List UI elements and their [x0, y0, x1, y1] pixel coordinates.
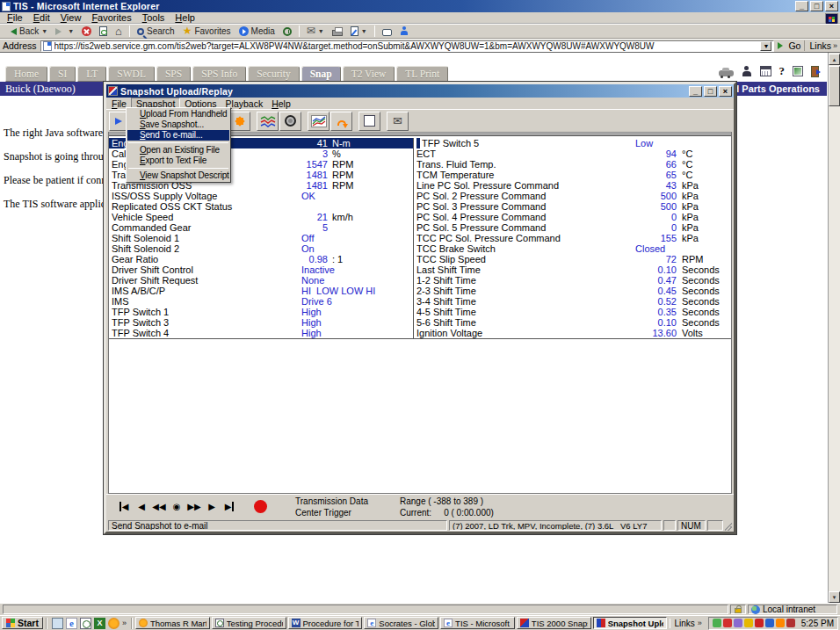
app-tools-icon[interactable]	[793, 66, 803, 76]
param-row[interactable]: TFP Switch 1High	[109, 307, 413, 317]
scroll-down-arrow[interactable]: ▼	[829, 591, 840, 603]
replay-button[interactable]	[330, 112, 352, 131]
forward-button[interactable]: ▼	[52, 25, 77, 38]
show-desktop-icon[interactable]	[52, 618, 63, 629]
param-row[interactable]: TCC PC Sol. Pressure Command155kPa	[414, 233, 731, 243]
last-frame-button[interactable]: ▶	[221, 502, 238, 511]
menu-file[interactable]: File	[2, 12, 28, 23]
param-row[interactable]: Driver Shift ControlInactive	[109, 264, 413, 275]
menu-item-save-snapshot[interactable]: Save Snapshot...	[127, 119, 229, 130]
tab-swdl[interactable]: SWDL	[108, 66, 155, 82]
excel-icon[interactable]: X	[94, 618, 105, 629]
history-button[interactable]	[279, 25, 295, 38]
param-row[interactable]: 4-5 Shift Time0.35Seconds	[414, 307, 731, 317]
taskbar-task[interactable]: WProcedure for Taking Sn...	[288, 617, 363, 629]
dialog-maximize-button[interactable]: □	[704, 86, 717, 97]
tab-sps-info[interactable]: SPS Info	[192, 66, 246, 82]
tab-t2-view[interactable]: T2 View	[343, 66, 395, 82]
taskbar-task[interactable]: Testing Procedures	[212, 617, 286, 629]
param-row[interactable]: TFP Switch 5Low	[414, 138, 731, 148]
resize-grip[interactable]	[725, 520, 732, 531]
favorites-button[interactable]: ★Favorites	[179, 25, 235, 38]
print-button[interactable]	[329, 25, 346, 38]
tray-icon[interactable]	[765, 619, 774, 627]
search-button[interactable]: Search	[134, 25, 178, 38]
param-row[interactable]: Ignition Voltage13.60Volts	[414, 328, 731, 338]
tab-sps[interactable]: SPS	[156, 66, 191, 82]
chart-view-button[interactable]	[308, 112, 329, 131]
param-row[interactable]: PC Sol. 3 Pressure Command500kPa	[414, 201, 731, 212]
scroll-thumb[interactable]	[829, 66, 840, 106]
dialog-menu-help[interactable]: Help	[267, 98, 295, 109]
param-row[interactable]: TCM Temperature65°C	[414, 170, 731, 180]
settings-button[interactable]	[279, 112, 301, 131]
media-button[interactable]: Media	[235, 25, 279, 38]
vehicle-icon[interactable]	[719, 70, 734, 76]
dialog-close-button[interactable]: ×	[719, 86, 732, 97]
record-button[interactable]	[254, 500, 267, 513]
tab-si[interactable]: SI	[49, 66, 76, 82]
ie-icon[interactable]: e	[66, 618, 77, 629]
menu-view[interactable]: View	[55, 12, 87, 23]
param-row[interactable]: IMSDrive 6	[109, 296, 413, 307]
links-toolbar[interactable]: Links»	[804, 40, 837, 51]
stop-button[interactable]	[78, 25, 95, 38]
param-row[interactable]: 3-4 Shift Time0.52Seconds	[414, 296, 731, 307]
menu-tools[interactable]: Tools	[137, 12, 170, 23]
step-back-button[interactable]: ◀	[133, 502, 150, 511]
graph-lines-button[interactable]	[257, 112, 279, 131]
dialog-titlebar[interactable]: Snapshot Upload/Replay _ □ ×	[106, 84, 734, 98]
param-row[interactable]: Line PC Sol. Pressure Command43kPa	[414, 180, 731, 191]
new-window-button[interactable]	[358, 112, 380, 131]
taskbar-task[interactable]: Thomas R Martin - Inbox...	[135, 617, 210, 629]
param-row[interactable]: ISS/OSS Supply VoltageOK	[109, 191, 413, 201]
tray-icon[interactable]	[744, 619, 753, 627]
home-button[interactable]: ⌂	[112, 25, 126, 38]
address-input[interactable]: https://tis2web.service.gm.com/tis2web?t…	[40, 40, 775, 52]
chevron-down-icon[interactable]: ▼	[361, 28, 367, 34]
taskbar-task[interactable]: eTIS - Microsoft Internet ...	[440, 617, 515, 629]
param-row[interactable]: Commanded Gear5	[109, 222, 413, 233]
highlight-button[interactable]	[228, 112, 250, 131]
search-doc-icon[interactable]	[80, 618, 91, 629]
param-row[interactable]: IMS A/B/C/PHI LOW LOW HI	[109, 286, 413, 296]
param-row[interactable]: Trans. Fluid Temp.66°C	[414, 159, 731, 170]
tab-security[interactable]: Security	[248, 66, 299, 82]
first-frame-button[interactable]: ◀	[115, 502, 133, 511]
menu-edit[interactable]: Edit	[28, 12, 55, 23]
scroll-up-arrow[interactable]: ▲	[829, 54, 840, 65]
user-icon[interactable]	[742, 66, 752, 77]
mail-button[interactable]: ✉▼	[303, 25, 328, 38]
back-button[interactable]: Back▼	[4, 25, 51, 38]
tray-icon[interactable]	[776, 619, 785, 627]
help-icon[interactable]: ?	[779, 64, 786, 78]
messenger-button[interactable]	[396, 25, 412, 38]
menu-help[interactable]: Help	[170, 12, 200, 23]
taskbar-task[interactable]: Snapshot Upload/Re...	[593, 617, 668, 629]
start-button[interactable]: Start	[2, 617, 43, 629]
dialog-minimize-button[interactable]: _	[689, 86, 702, 97]
tray-icon[interactable]	[755, 619, 764, 627]
step-forward-button[interactable]: ▶	[203, 502, 221, 511]
tab-tl-print[interactable]: TL Print	[396, 66, 448, 82]
param-row[interactable]: PC Sol. 4 Pressure Command0kPa	[414, 212, 731, 222]
menu-item-open-an-existing-file[interactable]: Open an Existing File	[127, 145, 229, 156]
menu-favorites[interactable]: Favorites	[86, 12, 136, 23]
calendar-icon[interactable]	[760, 66, 771, 76]
param-row[interactable]: 1-2 Shift Time0.47Seconds	[414, 275, 731, 286]
exit-door-icon[interactable]	[811, 66, 819, 77]
discuss-button[interactable]	[379, 25, 395, 38]
param-row[interactable]: Last Shift Time0.10Seconds	[414, 264, 731, 275]
tab-home[interactable]: Home	[5, 66, 47, 82]
param-row[interactable]: Gear Ratio0.98: 1	[109, 254, 413, 264]
page-scrollbar[interactable]: ▲ ▼	[828, 53, 840, 603]
param-row[interactable]: Shift Solenoid 2On	[109, 243, 413, 254]
notes-icon[interactable]	[108, 618, 119, 629]
chevron-down-icon[interactable]: ▼	[41, 28, 47, 34]
go-button[interactable]: Go	[778, 40, 800, 51]
param-row[interactable]: PC Sol. 5 Pressure Command0kPa	[414, 222, 731, 233]
email-snapshot-button[interactable]: ✉	[387, 112, 409, 131]
tab-snap[interactable]: Snap	[301, 66, 341, 82]
tray-icon[interactable]	[786, 619, 795, 627]
taskbar-task[interactable]: TIS 2000 Snapshot Uplo...	[517, 617, 591, 629]
